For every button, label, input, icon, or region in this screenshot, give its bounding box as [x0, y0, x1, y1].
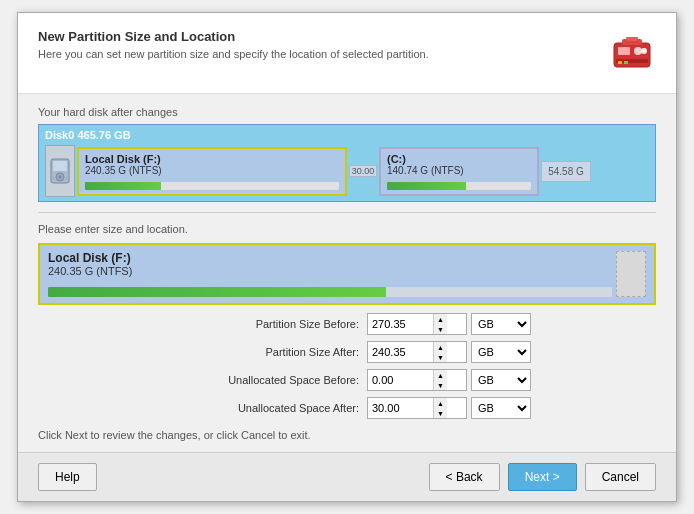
spinner-down-0[interactable]: ▼ [434, 324, 447, 334]
svg-rect-1 [618, 47, 630, 55]
field-spinners-1: ▲ ▼ [433, 342, 447, 362]
footer-right: < Back Next > Cancel [429, 463, 656, 491]
dialog-header: New Partition Size and Location Here you… [18, 13, 676, 94]
field-unit-3[interactable]: GBMBKB [471, 397, 531, 419]
partition-f-size: 240.35 G (NTFS) [85, 165, 339, 176]
field-label-0: Partition Size Before: [163, 318, 363, 330]
svg-point-12 [59, 176, 62, 179]
selected-size: 240.35 G (NTFS) [48, 265, 612, 277]
selected-partition-info: Local Disk (F:) 240.35 G (NTFS) [48, 251, 612, 297]
partition-f-name: Local Disk (F:) [85, 153, 339, 165]
dialog-title: New Partition Size and Location [38, 29, 429, 44]
field-spinners-3: ▲ ▼ [433, 398, 447, 418]
separator [38, 212, 656, 213]
field-unit-1[interactable]: GBMBKB [471, 341, 531, 363]
field-unit-0[interactable]: GBMBKB [471, 313, 531, 335]
partition-right: 54.58 G [541, 161, 591, 182]
dialog-content: Your hard disk after changes Disk0 465.7… [18, 94, 676, 452]
field-unit-2[interactable]: GBMBKB [471, 369, 531, 391]
partition-c-name: (C:) [387, 153, 531, 165]
field-input-0[interactable] [368, 314, 433, 334]
selected-name: Local Disk (F:) [48, 251, 612, 265]
disk-label: Your hard disk after changes [38, 106, 656, 118]
disk-title: Disk0 465.76 GB [45, 129, 649, 141]
spinner-up-1[interactable]: ▲ [434, 342, 447, 352]
svg-point-6 [641, 48, 647, 54]
next-button[interactable]: Next > [508, 463, 577, 491]
back-button[interactable]: < Back [429, 463, 500, 491]
selected-bar-row [48, 287, 612, 297]
field-label-3: Unallocated Space After: [163, 402, 363, 414]
spinner-up-2[interactable]: ▲ [434, 370, 447, 380]
partition-f[interactable]: Local Disk (F:) 240.35 G (NTFS) [77, 147, 347, 196]
svg-rect-10 [53, 161, 67, 171]
field-input-1[interactable] [368, 342, 433, 362]
partition-f-bar [85, 182, 339, 190]
spinner-up-3[interactable]: ▲ [434, 398, 447, 408]
help-button[interactable]: Help [38, 463, 97, 491]
header-text: New Partition Size and Location Here you… [38, 29, 429, 60]
footer: Help < Back Next > Cancel [18, 452, 676, 501]
svg-rect-8 [624, 61, 628, 64]
field-input-wrap-2: ▲ ▼ [367, 369, 467, 391]
partition-c-bar-fill [387, 182, 466, 190]
field-input-2[interactable] [368, 370, 433, 390]
field-input-wrap-3: ▲ ▼ [367, 397, 467, 419]
field-label-2: Unallocated Space Before: [163, 374, 363, 386]
selected-bar-used [48, 287, 386, 297]
selected-partition-bar: Local Disk (F:) 240.35 G (NTFS) [38, 243, 656, 305]
field-spinners-0: ▲ ▼ [433, 314, 447, 334]
field-label-1: Partition Size After: [163, 346, 363, 358]
selected-partition-end [616, 251, 646, 297]
spinner-down-3[interactable]: ▼ [434, 408, 447, 418]
disk-bar: Disk0 465.76 GB Local Disk (F:) 240.35 G… [38, 124, 656, 202]
field-input-wrap-1: ▲ ▼ [367, 341, 467, 363]
svg-rect-5 [626, 37, 638, 41]
partition-f-bar-fill [85, 182, 161, 190]
spinner-up-0[interactable]: ▲ [434, 314, 447, 324]
svg-rect-2 [634, 47, 642, 55]
spinner-down-1[interactable]: ▼ [434, 352, 447, 362]
partition-c[interactable]: (C:) 140.74 G (NTFS) [379, 147, 539, 196]
enter-label: Please enter size and location. [38, 223, 656, 235]
field-spinners-2: ▲ ▼ [433, 370, 447, 390]
svg-rect-7 [618, 61, 622, 64]
bottom-note: Click Next to review the changes, or cli… [38, 429, 656, 441]
disk-icon [45, 145, 75, 197]
dialog: New Partition Size and Location Here you… [17, 12, 677, 502]
header-icon [608, 29, 656, 77]
disk-partitions-row: Local Disk (F:) 240.35 G (NTFS) 30.00 (C… [45, 145, 649, 197]
partition-spacer: 30.00 [349, 165, 377, 177]
field-input-wrap-0: ▲ ▼ [367, 313, 467, 335]
cancel-button[interactable]: Cancel [585, 463, 656, 491]
partition-c-bar [387, 182, 531, 190]
partition-c-size: 140.74 G (NTFS) [387, 165, 531, 176]
dialog-subtitle: Here you can set new partition size and … [38, 48, 429, 60]
spinner-down-2[interactable]: ▼ [434, 380, 447, 390]
fields-table: Partition Size Before: ▲ ▼ GBMBKB Partit… [38, 313, 656, 419]
field-input-3[interactable] [368, 398, 433, 418]
